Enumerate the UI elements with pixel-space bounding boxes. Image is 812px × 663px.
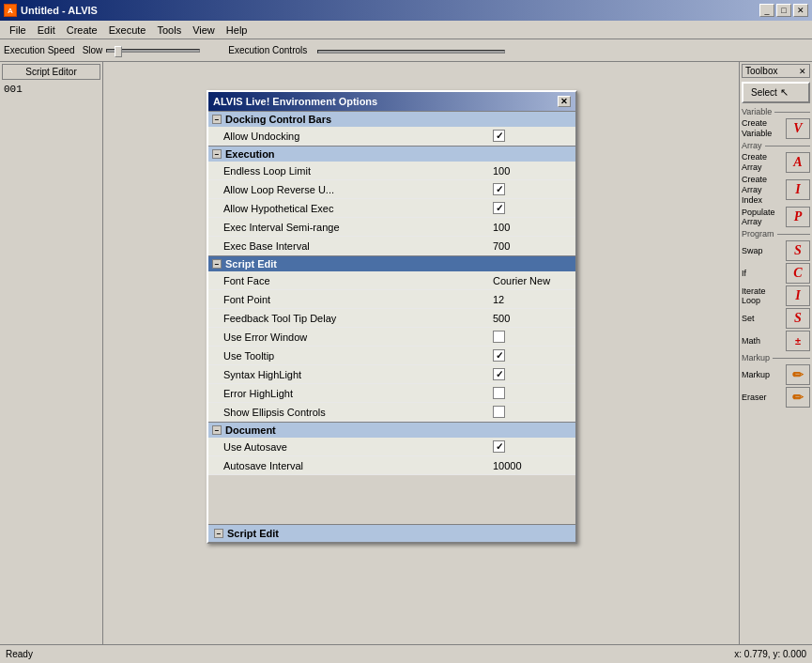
- allow-undocking-label: Allow Undocking: [223, 131, 493, 142]
- font-point-value: 12: [493, 294, 568, 305]
- tool-math[interactable]: Math ±: [742, 331, 810, 351]
- execution-speed-label: Execution Speed: [4, 45, 75, 55]
- dialog-footer: − Script Edit: [208, 524, 575, 542]
- tool-create-array[interactable]: CreateArray A: [742, 152, 810, 173]
- tool-markup[interactable]: Markup ✏: [742, 364, 810, 385]
- font-point-label: Font Point: [223, 294, 493, 305]
- swap-icon: S: [786, 240, 810, 261]
- toolbox-section-variable: Variable: [742, 107, 810, 116]
- markup-icon: ✏: [786, 364, 810, 385]
- if-icon: C: [786, 263, 810, 284]
- script-edit-collapse-btn[interactable]: −: [212, 259, 222, 269]
- left-panel: Script Editor 001: [0, 62, 103, 644]
- close-button[interactable]: ✕: [793, 4, 808, 17]
- section-script-edit: − Script Edit: [208, 255, 575, 271]
- tool-eraser[interactable]: Eraser ✏: [742, 387, 810, 408]
- loop-reverse-label: Allow Loop Reverse U...: [223, 184, 493, 195]
- error-window-checkbox[interactable]: [493, 331, 505, 343]
- execution-speed-slider[interactable]: [106, 49, 200, 53]
- option-hypothetical-exec: Allow Hypothetical Exec: [208, 199, 575, 218]
- hypothetical-exec-checkbox[interactable]: [493, 202, 505, 214]
- menu-edit[interactable]: Edit: [32, 23, 61, 38]
- maximize-button[interactable]: □: [776, 4, 791, 17]
- slow-label: Slow: [83, 45, 103, 55]
- allow-undocking-checkbox[interactable]: [493, 130, 505, 142]
- exec-base-value: 700: [493, 240, 568, 252]
- menu-create[interactable]: Create: [61, 23, 103, 38]
- toolbox-section-markup: Markup: [742, 353, 810, 362]
- populate-array-icon: P: [786, 207, 810, 227]
- endless-loop-label: Endless Loop Limit: [223, 165, 493, 177]
- tool-create-array-index[interactable]: CreateArrayIndex I: [742, 175, 810, 205]
- section-document: − Document: [208, 422, 575, 438]
- option-autosave: Use Autosave: [208, 438, 575, 456]
- create-array-label: CreateArray: [742, 152, 767, 173]
- populate-array-label: PopulateArray: [742, 208, 775, 228]
- menu-help[interactable]: Help: [221, 23, 253, 38]
- environment-options-dialog: ALVIS Live! Environment Options ✕ − Dock…: [207, 90, 577, 544]
- tool-if[interactable]: If C: [742, 263, 810, 284]
- use-tooltip-checkbox[interactable]: [493, 349, 505, 362]
- menu-view[interactable]: View: [187, 23, 221, 38]
- tool-create-variable[interactable]: CreateVariable V: [742, 118, 810, 139]
- menu-file[interactable]: File: [4, 23, 32, 38]
- select-button[interactable]: Select ↖: [742, 82, 810, 103]
- title-bar-buttons: _ □ ✕: [759, 4, 808, 17]
- markup-label: Markup: [742, 370, 770, 380]
- option-exec-interval: Exec Interval Semi-range 100: [208, 218, 575, 237]
- option-loop-reverse: Allow Loop Reverse U...: [208, 180, 575, 199]
- option-font-face: Font Face Courier New: [208, 271, 575, 290]
- toolbox-label: Toolbox: [745, 66, 777, 76]
- option-feedback-delay: Feedback Tool Tip Delay 500: [208, 309, 575, 328]
- iterate-loop-icon: I: [786, 285, 810, 306]
- menu-tools[interactable]: Tools: [151, 23, 187, 38]
- autosave-interval-value: 10000: [493, 460, 568, 471]
- autosave-label: Use Autosave: [223, 441, 493, 453]
- option-font-point: Font Point 12: [208, 290, 575, 309]
- menu-bar: File Edit Create Execute Tools View Help: [0, 21, 812, 39]
- error-highlight-label: Error HighLight: [223, 388, 493, 399]
- feedback-delay-value: 500: [493, 313, 568, 324]
- dialog-close-button[interactable]: ✕: [558, 96, 571, 107]
- option-allow-undocking: Allow Undocking: [208, 127, 575, 146]
- footer-collapse-btn[interactable]: −: [214, 529, 223, 538]
- tool-iterate-loop[interactable]: IterateLoop I: [742, 285, 810, 306]
- minimize-button[interactable]: _: [759, 4, 774, 17]
- error-highlight-checkbox[interactable]: [493, 387, 505, 399]
- eraser-label: Eraser: [742, 393, 767, 403]
- font-face-label: Font Face: [223, 275, 493, 286]
- status-bar: Ready x: 0.779, y: 0.000: [0, 644, 812, 663]
- create-array-icon: A: [786, 152, 810, 173]
- toolbox-close-button[interactable]: ✕: [799, 67, 806, 76]
- variable-section-label: Variable: [742, 107, 772, 116]
- create-variable-icon: V: [786, 118, 810, 139]
- syntax-highlight-checkbox[interactable]: [493, 368, 505, 380]
- document-label: Document: [225, 424, 276, 436]
- ellipsis-controls-label: Show Ellipsis Controls: [223, 407, 493, 418]
- option-use-tooltip: Use Tooltip: [208, 347, 575, 365]
- dialog-scroll-area[interactable]: − Docking Control Bars Allow Undocking −…: [208, 111, 575, 524]
- option-exec-base: Exec Base Interval 700: [208, 237, 575, 255]
- set-label: Set: [742, 314, 755, 324]
- document-collapse-btn[interactable]: −: [212, 425, 222, 435]
- status-coordinates: x: 0.779, y: 0.000: [734, 649, 806, 659]
- docking-collapse-btn[interactable]: −: [212, 115, 222, 124]
- markup-section-label: Markup: [742, 353, 770, 362]
- toolbox-section-program: Program: [742, 229, 810, 239]
- script-editor-tab[interactable]: Script Editor: [2, 64, 100, 80]
- docking-label: Docking Control Bars: [225, 114, 331, 125]
- math-label: Math: [742, 336, 760, 347]
- tool-set[interactable]: Set S: [742, 308, 810, 329]
- toolbox-section-array: Array: [742, 141, 810, 150]
- menu-execute[interactable]: Execute: [103, 23, 152, 38]
- tool-swap[interactable]: Swap S: [742, 240, 810, 261]
- ellipsis-controls-checkbox[interactable]: [493, 406, 505, 418]
- toolbox-header: Toolbox ✕: [742, 64, 810, 78]
- create-variable-label: CreateVariable: [742, 118, 772, 139]
- execution-collapse-btn[interactable]: −: [212, 149, 222, 159]
- autosave-checkbox[interactable]: [493, 440, 505, 453]
- option-error-window: Use Error Window: [208, 328, 575, 347]
- use-tooltip-label: Use Tooltip: [223, 350, 493, 362]
- tool-populate-array[interactable]: PopulateArray P: [742, 207, 810, 227]
- loop-reverse-checkbox[interactable]: [493, 183, 505, 195]
